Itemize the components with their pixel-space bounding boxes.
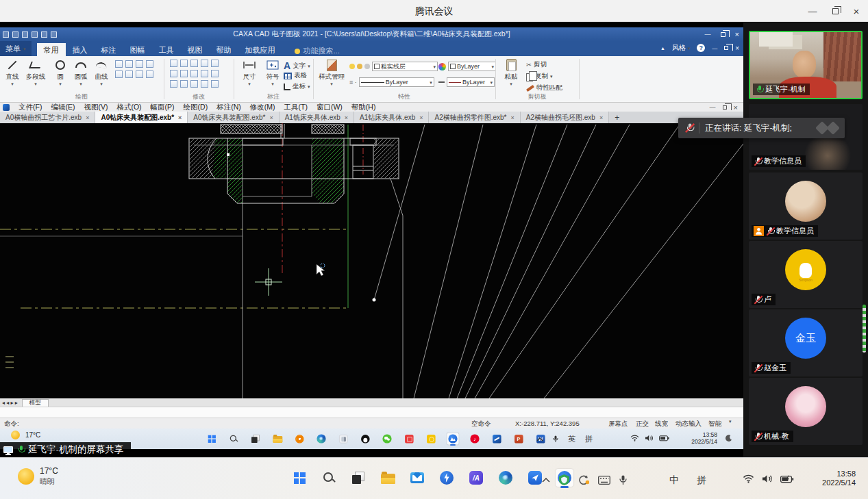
security-shield-icon[interactable] <box>559 474 569 485</box>
menu-modify[interactable]: 修改(M) <box>250 103 275 112</box>
search-button[interactable] <box>320 469 338 487</box>
tray-mic-icon[interactable] <box>553 435 558 443</box>
caxa-restore-button[interactable] <box>721 32 726 37</box>
file-explorer-button[interactable] <box>271 433 283 444</box>
hatch-tool-icon[interactable] <box>136 60 143 68</box>
tab-bangzhu[interactable]: 帮助 <box>210 43 238 56</box>
participant-tile-yanfeiyu[interactable]: 延飞宇-机制 <box>749 31 863 99</box>
linewidth-icon[interactable] <box>438 81 445 83</box>
dimension-tool[interactable]: 尺寸▾ <box>238 58 260 92</box>
task-view-button[interactable] <box>349 469 367 487</box>
netease-music-button[interactable]: ♪ <box>469 433 480 444</box>
linetype-select[interactable]: ByLayer▾ <box>359 77 434 87</box>
symbol-tool[interactable]: 符号▾ <box>262 58 284 92</box>
layer-lock-icon[interactable] <box>364 64 370 69</box>
curve-tool[interactable]: 曲线▾ <box>90 58 112 92</box>
docs-app-button[interactable] <box>337 433 349 444</box>
battery-icon[interactable] <box>659 435 669 442</box>
tab-tufu[interactable]: 图幅 <box>123 43 152 56</box>
tab-gongju[interactable]: 工具 <box>152 43 181 56</box>
edge-button[interactable] <box>315 433 327 444</box>
taskbar-clock[interactable]: 13:58 2022/5/14 <box>822 470 856 487</box>
block-tool-icon[interactable] <box>146 60 153 68</box>
homework-app-button[interactable] <box>403 433 414 444</box>
edge-button[interactable] <box>497 469 514 487</box>
image-tool-icon[interactable] <box>146 71 153 78</box>
palette-icon[interactable] <box>438 63 446 71</box>
tray-mic-icon[interactable] <box>619 475 627 485</box>
sidebar-scrollbar[interactable] <box>863 305 866 353</box>
table-tool[interactable]: 表格 <box>284 71 307 80</box>
function-search[interactable]: 功能搜索... <box>295 46 340 56</box>
caxa-app-button[interactable] <box>491 433 502 444</box>
menu-edit[interactable]: 编辑(E) <box>51 103 75 112</box>
tab-close-icon[interactable]: × <box>178 114 182 121</box>
chamfer-tool-icon[interactable] <box>211 70 219 77</box>
ime-en[interactable]: 英 <box>568 434 575 444</box>
menu-format[interactable]: 格式(O) <box>116 103 141 112</box>
layer-select[interactable]: 粗实线层▾ <box>372 62 438 71</box>
tencent-meeting-button[interactable] <box>447 433 458 444</box>
sunflower-remote-button[interactable] <box>293 433 305 444</box>
task-view-button[interactable] <box>249 433 261 444</box>
polygon-tool-icon[interactable] <box>125 71 133 78</box>
text-tool[interactable]: A文字▾ <box>284 60 310 71</box>
toggle-lineweight[interactable]: 线宽 <box>655 420 668 428</box>
status-more-icon[interactable]: ▾ <box>729 420 732 423</box>
offset-tool-icon[interactable] <box>170 70 177 77</box>
copy-button[interactable]: 复制▾ <box>526 71 553 81</box>
wechat-button[interactable] <box>381 433 393 444</box>
ribbon-close-button[interactable]: × <box>735 44 739 52</box>
color-select[interactable]: ByLayer▾ <box>448 62 496 71</box>
shared-weather-widget[interactable]: 17°C <box>11 430 40 440</box>
tab-close-icon[interactable]: × <box>269 114 273 121</box>
menu-tools[interactable]: 工具(T) <box>284 103 308 112</box>
pin-ribbon-icon[interactable]: ▲ <box>660 46 665 51</box>
participant-tile-zhaojinyu[interactable]: 金玉 赵金玉 <box>749 309 863 376</box>
linewidth-select[interactable]: ByLayer▾ <box>447 77 495 87</box>
polyline-tool[interactable]: 多段线▾ <box>22 58 49 92</box>
rect-tool-icon[interactable] <box>115 60 123 68</box>
caxa-minimize-button[interactable]: — <box>705 31 711 38</box>
toggle-ortho[interactable]: 正交 <box>636 420 649 428</box>
tab-close-icon[interactable]: × <box>86 114 89 121</box>
line-tool[interactable]: 直线▾ <box>1 58 23 92</box>
search-button[interactable] <box>227 433 239 444</box>
doc-tab[interactable]: A2横轴曲拐零件图.exb*× <box>429 112 520 123</box>
circle-tool[interactable]: 圆▾ <box>49 58 71 92</box>
weather-widget[interactable]: 17°C晴朗 <box>18 466 58 487</box>
menu-sheet[interactable]: 幅面(P) <box>151 103 175 112</box>
tab-biaozhu[interactable]: 标注 <box>95 43 123 56</box>
volume-icon[interactable] <box>645 435 654 442</box>
tab-jiazai[interactable]: 加载应用 <box>238 43 282 56</box>
restore-button[interactable] <box>825 0 845 22</box>
ime-zh[interactable]: 中 <box>669 474 679 487</box>
menu-button[interactable]: 菜单▾ <box>0 41 32 56</box>
mail-button[interactable] <box>408 469 426 487</box>
start-button[interactable] <box>206 433 217 444</box>
style-button[interactable]: 风格 ▾ <box>672 43 690 53</box>
extend-tool-icon[interactable] <box>190 80 198 88</box>
start-button[interactable] <box>290 469 308 487</box>
wifi-icon[interactable] <box>743 474 754 483</box>
battery-charging-icon[interactable] <box>780 475 794 483</box>
doc-tab[interactable]: A0铣床夹具装配图.exb*× <box>188 112 279 123</box>
ime-pinyin[interactable]: 拼 <box>585 434 593 444</box>
sheet-nav-arrows[interactable]: ◂ ◂ ▸ ▸ <box>2 400 18 406</box>
participant-tile-jiaoxue2[interactable]: 教学信息员 <box>749 172 863 240</box>
ribbon-restore-button[interactable] <box>724 46 728 50</box>
spline-tool-icon[interactable] <box>136 71 143 78</box>
powerpoint-button[interactable]: P <box>512 433 524 444</box>
night-mode-icon[interactable] <box>725 435 732 442</box>
doc-close-button[interactable]: × <box>734 103 738 112</box>
copy-tool-icon[interactable] <box>201 80 208 88</box>
tab-close-icon[interactable]: × <box>599 114 603 121</box>
menu-window[interactable]: 窗口(W) <box>317 103 343 112</box>
doc-restore-button[interactable] <box>723 105 727 110</box>
menu-help[interactable]: 帮助(H) <box>351 103 376 112</box>
sync-icon[interactable] <box>578 475 589 485</box>
toggle-smart[interactable]: 智能 <box>708 420 721 428</box>
pick-mode[interactable]: 屏幕点 <box>608 420 628 428</box>
help-icon[interactable]: ? <box>697 44 705 52</box>
doc-tab-active[interactable]: A0钻床夹具装配图.exb*× <box>95 112 188 123</box>
